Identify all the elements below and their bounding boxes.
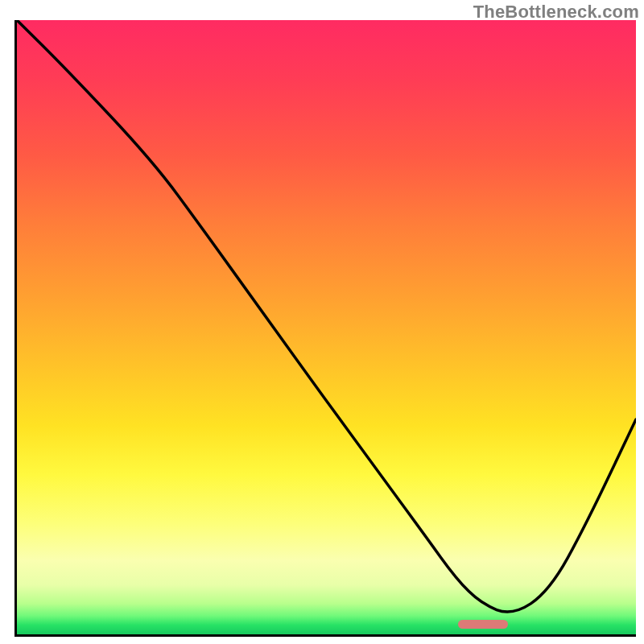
optimal-range-marker	[458, 620, 508, 629]
bottleneck-curve	[17, 20, 636, 634]
plot-area	[14, 20, 636, 637]
chart-frame: TheBottleneck.com	[0, 0, 644, 644]
